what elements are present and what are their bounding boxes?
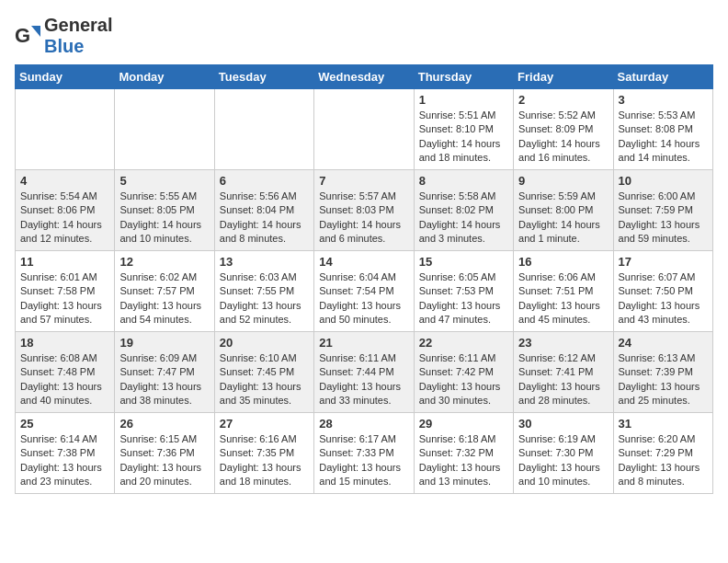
calendar-cell: 12Sunrise: 6:02 AM Sunset: 7:57 PM Dayli…	[115, 251, 214, 332]
day-number: 18	[20, 336, 109, 350]
day-info: Sunrise: 6:04 AM Sunset: 7:54 PM Dayligh…	[319, 270, 408, 327]
calendar-cell: 24Sunrise: 6:13 AM Sunset: 7:39 PM Dayli…	[613, 332, 712, 413]
day-of-week-header: Wednesday	[314, 65, 414, 89]
day-info: Sunrise: 5:54 AM Sunset: 8:06 PM Dayligh…	[20, 190, 109, 247]
day-of-week-header: Tuesday	[214, 65, 313, 89]
day-info: Sunrise: 6:15 AM Sunset: 7:36 PM Dayligh…	[119, 432, 209, 489]
day-number: 7	[319, 174, 408, 188]
day-info: Sunrise: 5:57 AM Sunset: 8:03 PM Dayligh…	[319, 190, 408, 247]
calendar-cell: 4Sunrise: 5:54 AM Sunset: 8:06 PM Daylig…	[16, 170, 115, 251]
calendar-cell: 23Sunrise: 6:12 AM Sunset: 7:41 PM Dayli…	[514, 332, 613, 413]
calendar-cell	[16, 89, 115, 170]
day-info: Sunrise: 6:18 AM Sunset: 7:32 PM Dayligh…	[419, 432, 508, 489]
day-info: Sunrise: 6:01 AM Sunset: 7:58 PM Dayligh…	[20, 270, 109, 327]
day-number: 30	[518, 417, 608, 431]
day-of-week-header: Saturday	[613, 65, 712, 89]
svg-marker-2	[31, 26, 40, 37]
calendar-cell: 20Sunrise: 6:10 AM Sunset: 7:45 PM Dayli…	[214, 332, 313, 413]
calendar-cell: 11Sunrise: 6:01 AM Sunset: 7:58 PM Dayli…	[16, 251, 115, 332]
day-info: Sunrise: 5:55 AM Sunset: 8:05 PM Dayligh…	[119, 190, 209, 247]
calendar-cell: 21Sunrise: 6:11 AM Sunset: 7:44 PM Dayli…	[314, 332, 414, 413]
day-info: Sunrise: 6:11 AM Sunset: 7:44 PM Dayligh…	[319, 351, 408, 408]
calendar-cell: 8Sunrise: 5:58 AM Sunset: 8:02 PM Daylig…	[414, 170, 513, 251]
day-number: 26	[119, 417, 209, 431]
day-info: Sunrise: 6:00 AM Sunset: 7:59 PM Dayligh…	[619, 190, 708, 247]
calendar-cell: 10Sunrise: 6:00 AM Sunset: 7:59 PM Dayli…	[613, 170, 712, 251]
calendar-cell: 19Sunrise: 6:09 AM Sunset: 7:47 PM Dayli…	[115, 332, 214, 413]
calendar-cell: 3Sunrise: 5:53 AM Sunset: 8:08 PM Daylig…	[613, 89, 712, 170]
calendar-cell: 25Sunrise: 6:14 AM Sunset: 7:38 PM Dayli…	[16, 413, 115, 494]
calendar-cell: 1Sunrise: 5:51 AM Sunset: 8:10 PM Daylig…	[414, 89, 513, 170]
day-info: Sunrise: 6:08 AM Sunset: 7:48 PM Dayligh…	[20, 351, 109, 408]
day-number: 23	[518, 336, 608, 350]
day-number: 6	[220, 174, 309, 188]
day-number: 17	[619, 255, 708, 269]
day-info: Sunrise: 6:07 AM Sunset: 7:50 PM Dayligh…	[619, 270, 708, 327]
calendar-cell: 2Sunrise: 5:52 AM Sunset: 8:09 PM Daylig…	[514, 89, 613, 170]
logo-icon: G	[15, 22, 42, 50]
calendar-cell: 13Sunrise: 6:03 AM Sunset: 7:55 PM Dayli…	[214, 251, 313, 332]
day-info: Sunrise: 6:16 AM Sunset: 7:35 PM Dayligh…	[220, 432, 309, 489]
day-info: Sunrise: 6:14 AM Sunset: 7:38 PM Dayligh…	[20, 432, 109, 489]
calendar-cell: 18Sunrise: 6:08 AM Sunset: 7:48 PM Dayli…	[16, 332, 115, 413]
calendar-cell: 29Sunrise: 6:18 AM Sunset: 7:32 PM Dayli…	[414, 413, 513, 494]
logo-general-text: General	[44, 15, 112, 35]
day-info: Sunrise: 5:51 AM Sunset: 8:10 PM Dayligh…	[419, 109, 508, 166]
calendar-cell: 31Sunrise: 6:20 AM Sunset: 7:29 PM Dayli…	[613, 413, 712, 494]
day-number: 10	[619, 174, 708, 188]
calendar-week-row: 18Sunrise: 6:08 AM Sunset: 7:48 PM Dayli…	[16, 332, 713, 413]
day-number: 2	[518, 93, 608, 107]
calendar-cell: 15Sunrise: 6:05 AM Sunset: 7:53 PM Dayli…	[414, 251, 513, 332]
day-number: 25	[20, 417, 109, 431]
calendar-cell	[115, 89, 214, 170]
day-info: Sunrise: 6:17 AM Sunset: 7:33 PM Dayligh…	[319, 432, 408, 489]
calendar-week-row: 1Sunrise: 5:51 AM Sunset: 8:10 PM Daylig…	[16, 89, 713, 170]
day-number: 21	[319, 336, 408, 350]
day-number: 14	[319, 255, 408, 269]
day-number: 24	[619, 336, 708, 350]
day-info: Sunrise: 6:19 AM Sunset: 7:30 PM Dayligh…	[518, 432, 608, 489]
day-info: Sunrise: 6:05 AM Sunset: 7:53 PM Dayligh…	[419, 270, 508, 327]
day-info: Sunrise: 6:20 AM Sunset: 7:29 PM Dayligh…	[619, 432, 708, 489]
calendar-cell: 14Sunrise: 6:04 AM Sunset: 7:54 PM Dayli…	[314, 251, 414, 332]
day-number: 13	[220, 255, 309, 269]
day-info: Sunrise: 6:03 AM Sunset: 7:55 PM Dayligh…	[220, 270, 309, 327]
day-info: Sunrise: 5:56 AM Sunset: 8:04 PM Dayligh…	[220, 190, 309, 247]
calendar-cell: 30Sunrise: 6:19 AM Sunset: 7:30 PM Dayli…	[514, 413, 613, 494]
day-number: 27	[220, 417, 309, 431]
calendar-week-row: 4Sunrise: 5:54 AM Sunset: 8:06 PM Daylig…	[16, 170, 713, 251]
day-info: Sunrise: 6:09 AM Sunset: 7:47 PM Dayligh…	[119, 351, 209, 408]
day-number: 22	[419, 336, 508, 350]
calendar-header-row: SundayMondayTuesdayWednesdayThursdayFrid…	[16, 65, 713, 89]
day-info: Sunrise: 6:06 AM Sunset: 7:51 PM Dayligh…	[518, 270, 608, 327]
calendar-cell: 5Sunrise: 5:55 AM Sunset: 8:05 PM Daylig…	[115, 170, 214, 251]
calendar-cell: 22Sunrise: 6:11 AM Sunset: 7:42 PM Dayli…	[414, 332, 513, 413]
day-info: Sunrise: 6:12 AM Sunset: 7:41 PM Dayligh…	[518, 351, 608, 408]
day-number: 11	[20, 255, 109, 269]
day-number: 31	[619, 417, 708, 431]
day-number: 15	[419, 255, 508, 269]
day-number: 16	[518, 255, 608, 269]
day-number: 28	[319, 417, 408, 431]
day-of-week-header: Sunday	[16, 65, 115, 89]
day-number: 20	[220, 336, 309, 350]
calendar-table: SundayMondayTuesdayWednesdayThursdayFrid…	[15, 64, 713, 494]
day-number: 5	[119, 174, 209, 188]
day-info: Sunrise: 6:13 AM Sunset: 7:39 PM Dayligh…	[619, 351, 708, 408]
calendar-cell: 26Sunrise: 6:15 AM Sunset: 7:36 PM Dayli…	[115, 413, 214, 494]
day-info: Sunrise: 5:53 AM Sunset: 8:08 PM Dayligh…	[619, 109, 708, 166]
day-number: 4	[20, 174, 109, 188]
day-info: Sunrise: 5:52 AM Sunset: 8:09 PM Dayligh…	[518, 109, 608, 166]
day-number: 3	[619, 93, 708, 107]
day-of-week-header: Thursday	[414, 65, 513, 89]
calendar-cell: 27Sunrise: 6:16 AM Sunset: 7:35 PM Dayli…	[214, 413, 313, 494]
day-info: Sunrise: 6:02 AM Sunset: 7:57 PM Dayligh…	[119, 270, 209, 327]
calendar-week-row: 11Sunrise: 6:01 AM Sunset: 7:58 PM Dayli…	[16, 251, 713, 332]
day-info: Sunrise: 6:10 AM Sunset: 7:45 PM Dayligh…	[220, 351, 309, 408]
calendar-cell: 9Sunrise: 5:59 AM Sunset: 8:00 PM Daylig…	[514, 170, 613, 251]
logo: G General Blue	[15, 15, 112, 57]
day-info: Sunrise: 5:59 AM Sunset: 8:00 PM Dayligh…	[518, 190, 608, 247]
day-number: 12	[119, 255, 209, 269]
page-header: G General Blue	[15, 15, 713, 57]
day-number: 9	[518, 174, 608, 188]
